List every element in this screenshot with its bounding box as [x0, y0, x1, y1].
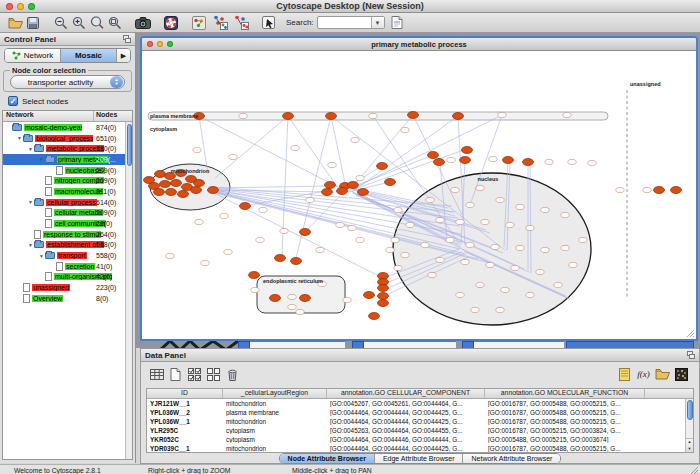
network-node-selected-color[interactable]: [654, 187, 665, 194]
tree-scrollbar[interactable]: [125, 122, 132, 459]
network-node[interactable]: [343, 297, 351, 302]
network-window[interactable]: primary metabolic process plasma membran…: [140, 36, 698, 341]
plasma-membrane-region[interactable]: [148, 112, 608, 120]
network-node-selected-color[interactable]: [408, 112, 419, 119]
network-node[interactable]: [506, 222, 514, 227]
network-node[interactable]: [541, 247, 549, 252]
network-node[interactable]: [259, 207, 267, 212]
zoom-in-button[interactable]: [70, 14, 88, 31]
network-node-selected-color[interactable]: [428, 152, 439, 159]
network-node-selected-color[interactable]: [460, 157, 471, 164]
tree-scrollbar-thumb[interactable]: [127, 124, 132, 166]
network-node-selected-color[interactable]: [378, 293, 389, 300]
new-attribute-button[interactable]: [167, 366, 184, 383]
network-node[interactable]: [394, 207, 402, 212]
network-node[interactable]: [516, 245, 524, 250]
network-node-selected-color[interactable]: [194, 180, 205, 187]
table-row-ydr039c__1[interactable]: YDR039C__1mitochondrion[GO:0044464, GO:0…: [147, 444, 693, 453]
network-node-selected-color[interactable]: [208, 187, 219, 194]
column-header[interactable]: ID: [147, 389, 223, 398]
layout-network-a-button[interactable]: [211, 14, 229, 31]
network-node[interactable]: [446, 237, 454, 242]
network-node-selected-color[interactable]: [378, 300, 389, 307]
network-node-selected-color[interactable]: [191, 187, 202, 194]
tree-row-macromolecule[interactable]: macromolecule311(0): [3, 186, 125, 197]
network-node[interactable]: [351, 137, 359, 142]
unselect-all-attributes-button[interactable]: [205, 366, 222, 383]
network-node[interactable]: [526, 225, 534, 230]
network-node[interactable]: [568, 159, 576, 164]
network-node-selected-color[interactable]: [291, 258, 302, 265]
table-row-ykr052c[interactable]: YKR052Ccytoplasm[GO:0044464, GO:0044446,…: [147, 435, 693, 444]
network-node[interactable]: [496, 197, 504, 202]
tree-row-secretion[interactable]: secretion41(0): [3, 261, 125, 272]
network-node-selected-color[interactable]: [364, 292, 375, 299]
table-row-ylr295c[interactable]: YLR295Ccytoplasm[GO:0045263, GO:0044464,…: [147, 426, 693, 435]
network-node-selected-color[interactable]: [377, 163, 388, 170]
network-node[interactable]: [369, 113, 377, 118]
network-node-selected-color[interactable]: [240, 203, 251, 210]
network-node[interactable]: [256, 237, 264, 242]
network-node[interactable]: [563, 112, 571, 117]
tab-edge-attribute-browser[interactable]: Edge Attribute Browser: [375, 454, 464, 463]
network-node[interactable]: [288, 294, 296, 299]
network-node-selected-color[interactable]: [270, 295, 281, 302]
window-resize-grip[interactable]: [685, 328, 695, 338]
network-node-selected-color[interactable]: [337, 188, 348, 195]
network-node-selected-color[interactable]: [369, 313, 380, 320]
network-node[interactable]: [421, 242, 429, 247]
node-color-dropdown[interactable]: transporter activity ▲▼: [10, 75, 125, 89]
tree-expand-arrow[interactable]: ▼: [27, 146, 34, 152]
tree-expand-arrow[interactable]: ▼: [16, 135, 23, 141]
close-button[interactable]: [6, 3, 13, 10]
network-node-selected-color[interactable]: [348, 182, 359, 189]
network-node[interactable]: [220, 213, 228, 218]
zoom-button[interactable]: [28, 3, 35, 10]
network-node[interactable]: [491, 244, 499, 249]
network-node-selected-color[interactable]: [155, 171, 166, 178]
network-node-selected-color[interactable]: [300, 295, 311, 302]
network-node-selected-color[interactable]: [322, 189, 333, 196]
network-node[interactable]: [239, 113, 247, 118]
network-node-selected-color[interactable]: [378, 285, 389, 292]
tree-row-multi-organism-pro[interactable]: multi-organism pro42(0): [3, 272, 125, 283]
zoom-fit-button[interactable]: [106, 14, 124, 31]
network-node-selected-color[interactable]: [503, 157, 514, 164]
tree-row-cell-communicat[interactable]: cell communicat22(0): [3, 218, 125, 229]
network-graph[interactable]: plasma membranecytoplasmmitochondrionnuc…: [142, 51, 696, 339]
notes-button[interactable]: [616, 366, 633, 383]
maximize-icon[interactable]: [167, 41, 173, 47]
float-panel-icon[interactable]: [687, 351, 695, 359]
network-node[interactable]: [616, 187, 624, 192]
network-node[interactable]: [496, 307, 504, 312]
minimize-icon[interactable]: [157, 41, 163, 47]
column-header[interactable]: annotation.GO MOLECULAR_FUNCTION: [485, 389, 645, 398]
select-all-attributes-button[interactable]: [186, 366, 203, 383]
network-node[interactable]: [288, 304, 296, 309]
table-row-ypl036w__1[interactable]: YPL036W__1mitochondrion[GO:0044464, GO:0…: [147, 417, 693, 426]
column-header[interactable]: annotation.GO CELLULAR_COMPONENT: [327, 389, 485, 398]
network-node[interactable]: [436, 257, 444, 262]
network-node[interactable]: [201, 260, 209, 265]
network-node[interactable]: [391, 237, 399, 242]
network-node-selected-color[interactable]: [326, 113, 337, 120]
column-header[interactable]: _cellularLayoutRegion: [223, 389, 327, 398]
network-node[interactable]: [526, 292, 534, 297]
network-node[interactable]: [291, 145, 299, 150]
select-mode-button[interactable]: [260, 14, 278, 31]
network-node[interactable]: [251, 287, 259, 292]
network-node[interactable]: [476, 282, 484, 287]
network-node-selected-color[interactable]: [283, 113, 294, 120]
network-node[interactable]: [516, 204, 524, 209]
network-window-titlebar[interactable]: primary metabolic process: [142, 38, 696, 51]
network-node[interactable]: [554, 282, 562, 287]
zoom-selected-button[interactable]: [88, 14, 106, 31]
network-node[interactable]: [328, 162, 336, 167]
network-node[interactable]: [336, 222, 344, 227]
network-node[interactable]: [541, 207, 549, 212]
layout-network-b-button[interactable]: [232, 14, 250, 31]
snapshot-camera-button[interactable]: [134, 14, 152, 31]
network-node[interactable]: [451, 187, 459, 192]
table-scrollbar-thumb[interactable]: [687, 400, 693, 420]
network-node-selected-color[interactable]: [178, 191, 189, 198]
